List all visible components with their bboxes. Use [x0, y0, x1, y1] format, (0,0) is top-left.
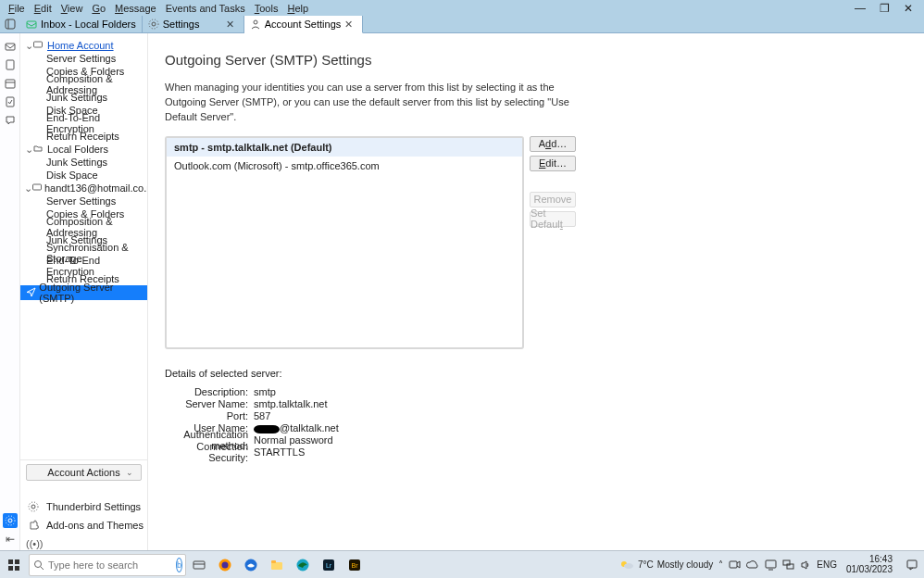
menu-view[interactable]: View	[56, 3, 88, 14]
remove-button[interactable]: Remove	[530, 192, 576, 207]
svg-point-4	[149, 19, 158, 29]
language-indicator[interactable]: ENG	[817, 559, 837, 570]
gear-icon	[28, 501, 41, 512]
svg-rect-7	[6, 60, 14, 69]
taskbar-clock[interactable]: 16:43 01/03/2023	[843, 555, 896, 574]
chevron-down-icon[interactable]: ⌄	[24, 144, 33, 156]
tree-item[interactable]: Composition & Addressing	[20, 220, 147, 233]
svg-rect-13	[34, 42, 43, 47]
chevron-down-icon[interactable]: ⌄	[24, 40, 33, 52]
tree-item[interactable]: Disk Space	[20, 169, 147, 182]
tree-item[interactable]: End-To-End Encryption	[20, 117, 147, 130]
network-icon[interactable]	[765, 559, 777, 571]
calendar-space-icon[interactable]	[3, 76, 18, 91]
menu-go[interactable]: Go	[87, 3, 110, 14]
tasks-space-icon[interactable]	[3, 94, 18, 109]
app-bridge-icon[interactable]: Br	[343, 555, 367, 575]
tree-smtp[interactable]: Outgoing Server (SMTP)	[20, 285, 147, 300]
detail-username: @talktalk.net	[254, 422, 339, 434]
menu-edit[interactable]: Edit	[30, 3, 56, 14]
detail-port: 587	[254, 410, 270, 421]
server-details: Description:smtp Server Name:smtp.talkta…	[165, 386, 905, 459]
tray-chevron-icon[interactable]: ˄	[718, 559, 723, 570]
chat-space-icon[interactable]	[3, 113, 18, 128]
tree-item[interactable]: Composition & Addressing	[20, 78, 147, 91]
tree-account-hotmail[interactable]: ⌄ handt136@hotmail.co.uk	[20, 182, 147, 195]
svg-rect-42	[907, 560, 917, 568]
chevron-down-icon[interactable]: ⌄	[24, 182, 32, 195]
app-thunderbird-icon[interactable]	[239, 555, 263, 575]
edit-button[interactable]: Edit…	[530, 156, 576, 171]
menu-events[interactable]: Events and Tasks	[161, 3, 250, 14]
minimize-button[interactable]: —	[848, 2, 872, 15]
taskbar-search[interactable]: b	[29, 554, 186, 576]
taskbar-search-input[interactable]	[48, 559, 176, 571]
add-button[interactable]: Add…	[530, 136, 576, 152]
menu-tools[interactable]: Tools	[250, 3, 283, 14]
thunderbird-settings-link[interactable]: Thunderbird Settings	[20, 497, 147, 516]
svg-point-26	[222, 561, 229, 568]
tab-account-settings-close[interactable]: ✕	[341, 19, 356, 31]
tab-inbox-label: Inbox - Local Folders	[41, 19, 136, 30]
svg-rect-29	[271, 560, 276, 563]
close-window-button[interactable]: ✕	[896, 2, 920, 15]
maximize-button[interactable]: ❐	[872, 2, 896, 15]
bing-icon[interactable]: b	[176, 558, 182, 572]
app-firefox-icon[interactable]	[213, 555, 237, 575]
tree-item[interactable]: Server Settings	[20, 195, 147, 207]
detail-auth: Normal password	[254, 434, 333, 446]
puzzle-icon	[28, 520, 41, 531]
tree-account-local[interactable]: ⌄ Local Folders	[20, 143, 147, 156]
detail-server-name: smtp.talktalk.net	[254, 398, 327, 409]
account-actions-button[interactable]: Account Actions ⌄	[26, 464, 142, 481]
meet-now-icon[interactable]	[729, 559, 741, 571]
project-icon[interactable]	[782, 559, 794, 571]
mail-account-icon	[32, 182, 42, 194]
tab-settings-close[interactable]: ✕	[222, 19, 238, 31]
taskbar: b Lr Br 7°C Mostly cloudy ˄ ENG 16:43 01…	[0, 550, 924, 578]
volume-icon[interactable]	[800, 559, 811, 571]
content-pane: Outgoing Server (SMTP) Settings When man…	[148, 33, 924, 550]
weather-widget[interactable]: 7°C Mostly cloudy	[619, 559, 713, 572]
svg-point-36	[624, 563, 633, 569]
svg-rect-0	[6, 19, 15, 29]
onedrive-icon[interactable]	[746, 560, 759, 570]
start-button[interactable]	[0, 551, 28, 579]
tab-settings[interactable]: Settings ✕	[143, 16, 244, 32]
svg-rect-17	[8, 559, 13, 564]
addressbook-space-icon[interactable]	[3, 57, 18, 72]
smtp-server-item[interactable]: Outlook.com (Microsoft) - smtp.office365…	[167, 157, 522, 175]
set-default-button[interactable]: Set Default	[530, 211, 576, 227]
svg-point-5	[254, 20, 257, 24]
app-edge-icon[interactable]	[291, 555, 315, 575]
detail-description: smtp	[254, 386, 276, 397]
svg-rect-28	[271, 562, 282, 570]
spaces-toggle-icon[interactable]	[0, 16, 20, 32]
tree-item[interactable]: End-To-End Encryption	[20, 259, 147, 272]
action-center-icon[interactable]	[902, 559, 922, 572]
tab-account-settings[interactable]: Account Settings ✕	[244, 16, 364, 33]
tree-account-home[interactable]: ⌄ Home Account	[20, 39, 147, 52]
tree-item[interactable]: Server Settings	[20, 52, 147, 65]
mail-space-icon[interactable]	[3, 39, 18, 54]
smtp-server-list[interactable]: smtp - smtp.talktalk.net (Default) Outlo…	[165, 136, 524, 349]
addons-link[interactable]: Add-ons and Themes	[20, 516, 147, 534]
settings-space-icon[interactable]	[3, 513, 18, 528]
wifi-status-icon[interactable]: ((•))	[20, 538, 147, 550]
svg-rect-8	[6, 80, 15, 88]
svg-rect-20	[15, 566, 19, 571]
svg-point-11	[8, 519, 12, 522]
svg-text:Lr: Lr	[326, 562, 332, 569]
tree-item[interactable]: Junk Settings	[20, 156, 147, 169]
tab-inbox[interactable]: Inbox - Local Folders	[20, 16, 143, 32]
smtp-server-item[interactable]: smtp - smtp.talktalk.net (Default)	[167, 138, 522, 157]
menu-message[interactable]: Message	[110, 3, 161, 14]
task-view-icon[interactable]	[187, 555, 211, 575]
svg-rect-6	[6, 44, 15, 50]
account-tree: ⌄ Home Account Server Settings Copies & …	[20, 33, 148, 550]
menu-file[interactable]: File	[4, 3, 30, 14]
app-explorer-icon[interactable]	[265, 555, 289, 575]
collapse-rail-icon[interactable]: ⇤	[3, 532, 18, 547]
app-lightroom-icon[interactable]: Lr	[317, 555, 341, 575]
menu-help[interactable]: Help	[282, 3, 313, 14]
